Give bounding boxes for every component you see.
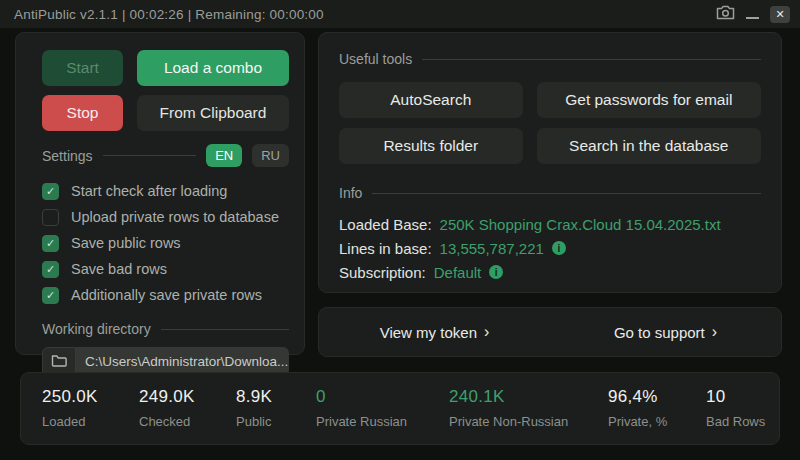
loaded-base-row: Loaded Base: 250K Shopping Crax.Cloud 15…	[339, 212, 761, 236]
stat-private-russian: 0 Private Russian	[316, 387, 407, 429]
checkbox-row-save-private[interactable]: ✓ Additionally save private rows	[42, 282, 289, 308]
checkbox[interactable]: ✓	[42, 287, 59, 304]
stat-value: 10	[706, 387, 765, 407]
divider	[103, 155, 197, 156]
working-directory-header: Working directory	[42, 321, 289, 337]
subscription-label: Subscription:	[339, 264, 426, 281]
stat-label: Loaded	[42, 414, 98, 429]
info-header: Info	[339, 185, 761, 201]
stat-label: Private Non-Russian	[449, 414, 568, 429]
from-clipboard-button[interactable]: From Clipboard	[137, 95, 289, 131]
stop-button[interactable]: Stop	[42, 95, 123, 131]
info-label: Info	[339, 185, 362, 201]
close-button[interactable]: ✕	[770, 6, 790, 23]
check-icon: ✓	[46, 238, 55, 249]
camera-icon	[716, 5, 735, 24]
checkbox-label: Save bad rows	[71, 261, 167, 277]
load-combo-button[interactable]: Load a combo	[137, 50, 289, 86]
check-icon: ✓	[46, 264, 55, 275]
stat-private-non-russian: 240.1K Private Non-Russian	[449, 387, 568, 429]
useful-tools-grid: AutoSearch Get passwords for email Resul…	[339, 82, 761, 164]
checkbox[interactable]: ✓	[42, 209, 59, 226]
tools-info-panel: Useful tools AutoSearch Get passwords fo…	[318, 32, 782, 293]
search-database-button[interactable]: Search in the database	[537, 128, 761, 164]
lines-in-base-value: 13,555,787,221	[440, 240, 544, 257]
checkbox-label: Start check after loading	[71, 183, 227, 199]
lines-in-base-label: Lines in base:	[339, 240, 432, 257]
settings-label: Settings	[42, 148, 93, 164]
info-icon[interactable]: i	[489, 265, 503, 279]
divider	[372, 193, 761, 194]
checkbox-label: Save public rows	[71, 235, 181, 251]
stat-label: Bad Rows	[706, 414, 765, 429]
controls-panel: Start Load a combo Stop From Clipboard S…	[15, 32, 305, 355]
checkbox-label: Additionally save private rows	[71, 287, 262, 303]
minimize-icon	[746, 17, 759, 19]
start-button[interactable]: Start	[42, 50, 123, 86]
lines-in-base-row: Lines in base: 13,555,787,221 i	[339, 236, 761, 260]
stat-value: 96,4%	[608, 387, 667, 407]
info-rows: Loaded Base: 250K Shopping Crax.Cloud 15…	[339, 212, 761, 284]
links-panel: View my token › Go to support ›	[318, 307, 782, 357]
loaded-base-label: Loaded Base:	[339, 216, 432, 233]
working-directory-label: Working directory	[42, 321, 151, 337]
get-passwords-button[interactable]: Get passwords for email	[537, 82, 761, 118]
checkbox[interactable]: ✓	[42, 261, 59, 278]
minimize-button[interactable]	[746, 6, 759, 22]
close-icon: ✕	[775, 8, 784, 21]
chevron-right-icon: ›	[484, 324, 489, 340]
checkbox[interactable]: ✓	[42, 235, 59, 252]
stat-value: 250.0K	[42, 387, 98, 407]
view-token-link[interactable]: View my token ›	[319, 308, 550, 356]
titlebar: AntiPublic v2.1.1 | 00:02:26 | Remaining…	[0, 0, 800, 28]
loaded-base-value: 250K Shopping Crax.Cloud 15.04.2025.txt	[440, 216, 721, 233]
stat-loaded: 250.0K Loaded	[42, 387, 98, 429]
settings-header: Settings EN RU	[42, 144, 289, 167]
lang-en-button[interactable]: EN	[206, 144, 242, 167]
settings-checkbox-list: ✓ Start check after loading ✓ Upload pri…	[42, 178, 289, 308]
go-support-label: Go to support	[614, 324, 705, 341]
stat-checked: 249.0K Checked	[139, 387, 195, 429]
window-title: AntiPublic v2.1.1 | 00:02:26 | Remaining…	[14, 7, 324, 22]
checkbox-row-upload-private[interactable]: ✓ Upload private rows to database	[42, 204, 289, 230]
useful-tools-header: Useful tools	[339, 51, 761, 67]
stat-label: Checked	[139, 414, 195, 429]
stats-panel: 250.0K Loaded 249.0K Checked 8.9K Public…	[20, 372, 780, 445]
divider	[161, 329, 289, 330]
lang-ru-button[interactable]: RU	[252, 144, 289, 167]
stat-value: 240.1K	[449, 387, 568, 407]
useful-tools-label: Useful tools	[339, 51, 412, 67]
checkbox-row-start-check[interactable]: ✓ Start check after loading	[42, 178, 289, 204]
subscription-row: Subscription: Default i	[339, 260, 761, 284]
check-icon: ✓	[46, 186, 55, 197]
check-icon: ✓	[46, 290, 55, 301]
stat-label: Private, %	[608, 414, 667, 429]
divider	[422, 59, 761, 60]
checkbox-row-save-bad[interactable]: ✓ Save bad rows	[42, 256, 289, 282]
checkbox[interactable]: ✓	[42, 183, 59, 200]
stat-label: Private Russian	[316, 414, 407, 429]
autosearch-button[interactable]: AutoSearch	[339, 82, 523, 118]
stat-value: 8.9K	[236, 387, 272, 407]
stat-value: 0	[316, 387, 407, 407]
screenshot-button[interactable]	[716, 5, 735, 24]
folder-icon	[51, 354, 67, 370]
checkbox-row-save-public[interactable]: ✓ Save public rows	[42, 230, 289, 256]
window-controls: ✕	[716, 5, 790, 24]
go-support-link[interactable]: Go to support ›	[550, 308, 781, 356]
chevron-right-icon: ›	[712, 324, 717, 340]
info-icon[interactable]: i	[552, 241, 566, 255]
stat-value: 249.0K	[139, 387, 195, 407]
subscription-value: Default	[434, 264, 482, 281]
stat-label: Public	[236, 414, 272, 429]
results-folder-button[interactable]: Results folder	[339, 128, 523, 164]
stat-bad-rows: 10 Bad Rows	[706, 387, 765, 429]
view-token-label: View my token	[380, 324, 477, 341]
stat-private-percent: 96,4% Private, %	[608, 387, 667, 429]
stat-public: 8.9K Public	[236, 387, 272, 429]
checkbox-label: Upload private rows to database	[71, 209, 279, 225]
